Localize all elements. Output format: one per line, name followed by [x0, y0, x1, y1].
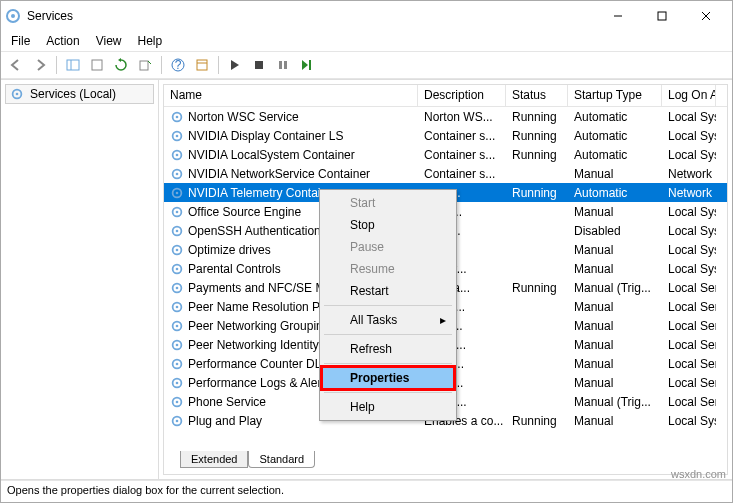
gear-icon: [170, 148, 184, 162]
properties-button[interactable]: [191, 54, 213, 76]
cell-start: Manual: [568, 299, 662, 315]
view-tabs: Extended Standard: [164, 452, 727, 474]
svg-rect-9: [140, 61, 148, 70]
cell-desc: Container s...: [418, 166, 506, 182]
cell-name: NVIDIA Telemetry Container: [188, 186, 338, 200]
svg-rect-14: [255, 61, 263, 69]
toolbar: ?: [1, 51, 732, 79]
table-row[interactable]: Norton WSC ServiceNorton WS...RunningAut…: [164, 107, 727, 126]
menu-help[interactable]: Help: [132, 32, 173, 50]
cell-status: [506, 325, 568, 327]
refresh-button[interactable]: [110, 54, 132, 76]
ctx-all-tasks[interactable]: All Tasks▸: [322, 309, 454, 331]
cell-name: Peer Networking Grouping: [188, 319, 329, 333]
column-logon[interactable]: Log On A: [662, 85, 716, 106]
minimize-button[interactable]: [596, 1, 640, 31]
back-button[interactable]: [5, 54, 27, 76]
ctx-stop[interactable]: Stop: [322, 214, 454, 236]
cell-start: Manual (Trig...: [568, 394, 662, 410]
svg-rect-12: [197, 60, 207, 70]
cell-start: Automatic: [568, 185, 662, 201]
svg-point-31: [176, 210, 179, 213]
table-row[interactable]: NVIDIA LocalSystem ContainerContainer s.…: [164, 145, 727, 164]
menu-file[interactable]: File: [5, 32, 40, 50]
cell-desc: Container s...: [418, 147, 506, 163]
cell-start: Manual: [568, 318, 662, 334]
export-list-button[interactable]: [134, 54, 156, 76]
svg-rect-17: [309, 60, 311, 70]
show-hide-tree-button[interactable]: [62, 54, 84, 76]
tab-extended[interactable]: Extended: [180, 451, 248, 468]
gear-icon: [170, 262, 184, 276]
menu-view[interactable]: View: [90, 32, 132, 50]
table-row[interactable]: NVIDIA NetworkService ContainerContainer…: [164, 164, 727, 183]
cell-log: Local Ser: [662, 318, 716, 334]
column-description[interactable]: Description: [418, 85, 506, 106]
gear-icon: [170, 319, 184, 333]
restart-service-button[interactable]: [296, 54, 318, 76]
cell-name: Office Source Engine: [188, 205, 301, 219]
svg-point-1: [11, 14, 15, 18]
cell-name: NVIDIA Display Container LS: [188, 129, 343, 143]
cell-status: [506, 401, 568, 403]
cell-name: Parental Controls: [188, 262, 281, 276]
svg-text:?: ?: [175, 58, 182, 72]
cell-name: Norton WSC Service: [188, 110, 299, 124]
cell-name: Plug and Play: [188, 414, 262, 428]
gear-icon: [170, 376, 184, 390]
start-service-button[interactable]: [224, 54, 246, 76]
cell-start: Automatic: [568, 128, 662, 144]
cell-log: Network: [662, 185, 716, 201]
cell-status: [506, 344, 568, 346]
svg-point-25: [176, 153, 179, 156]
column-startup-type[interactable]: Startup Type: [568, 85, 662, 106]
cell-start: Manual: [568, 166, 662, 182]
cell-name: NVIDIA NetworkService Container: [188, 167, 370, 181]
cell-log: Local Sys: [662, 147, 716, 163]
cell-log: Local Ser: [662, 356, 716, 372]
svg-point-49: [176, 381, 179, 384]
cell-log: Network: [662, 166, 716, 182]
cell-status: [506, 230, 568, 232]
svg-point-19: [16, 93, 19, 96]
export-button[interactable]: [86, 54, 108, 76]
grid-header: Name Description Status Startup Type Log…: [164, 85, 727, 107]
gear-icon: [170, 338, 184, 352]
gear-icon: [170, 186, 184, 200]
cell-start: Automatic: [568, 147, 662, 163]
tab-standard[interactable]: Standard: [248, 451, 315, 468]
cell-log: Local Ser: [662, 280, 716, 296]
svg-point-23: [176, 134, 179, 137]
pause-service-button[interactable]: [272, 54, 294, 76]
close-button[interactable]: [684, 1, 728, 31]
ctx-refresh[interactable]: Refresh: [322, 338, 454, 360]
column-status[interactable]: Status: [506, 85, 568, 106]
cell-desc: Container s...: [418, 128, 506, 144]
cell-start: Manual: [568, 356, 662, 372]
ctx-properties[interactable]: Properties: [322, 367, 454, 389]
cell-log: Local Ser: [662, 337, 716, 353]
cell-log: Local Ser: [662, 394, 716, 410]
menu-action[interactable]: Action: [40, 32, 89, 50]
table-row[interactable]: NVIDIA Display Container LSContainer s..…: [164, 126, 727, 145]
svg-point-37: [176, 267, 179, 270]
help-button[interactable]: ?: [167, 54, 189, 76]
svg-point-21: [176, 115, 179, 118]
gear-icon: [170, 414, 184, 428]
ctx-help[interactable]: Help: [322, 396, 454, 418]
cell-status: Running: [506, 128, 568, 144]
cell-name: Optimize drives: [188, 243, 271, 257]
svg-rect-6: [67, 60, 79, 70]
forward-button[interactable]: [29, 54, 51, 76]
maximize-button[interactable]: [640, 1, 684, 31]
window-title: Services: [27, 9, 596, 23]
tree-item-services-local[interactable]: Services (Local): [5, 84, 154, 104]
stop-service-button[interactable]: [248, 54, 270, 76]
ctx-resume: Resume: [322, 258, 454, 280]
gear-icon: [170, 300, 184, 314]
ctx-restart[interactable]: Restart: [322, 280, 454, 302]
cell-status: Running: [506, 109, 568, 125]
column-name[interactable]: Name: [164, 85, 418, 106]
cell-log: Local Sys: [662, 242, 716, 258]
status-bar: Opens the properties dialog box for the …: [1, 480, 732, 502]
